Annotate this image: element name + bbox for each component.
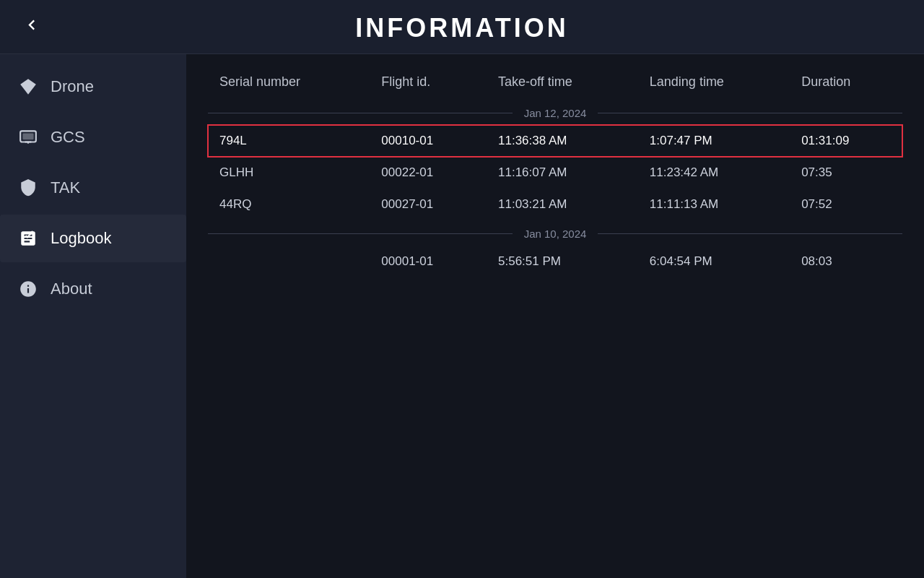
- col-serial: Serial number: [208, 69, 370, 100]
- sidebar-item-drone[interactable]: Drone: [0, 63, 186, 111]
- date-separator: Jan 12, 2024: [208, 100, 902, 125]
- date-separator: Jan 10, 2024: [208, 220, 902, 246]
- cell-flight-id: 00001-01: [370, 246, 487, 277]
- page-header: INFORMATION: [0, 0, 924, 54]
- cell-takeoff: 11:16:07 AM: [487, 157, 638, 189]
- gcs-icon: [17, 126, 39, 148]
- table-header-row: Serial number Flight id. Take-off time L…: [208, 69, 902, 100]
- col-takeoff: Take-off time: [487, 69, 638, 100]
- cell-flight-id: 00010-01: [370, 125, 487, 157]
- sidebar: Drone GCS TAK: [0, 54, 186, 578]
- cell-duration: 01:31:09: [790, 125, 902, 157]
- cell-takeoff: 5:56:51 PM: [487, 246, 638, 277]
- tak-icon: [17, 177, 39, 199]
- about-icon: [17, 278, 39, 300]
- content-area: Serial number Flight id. Take-off time L…: [186, 54, 924, 578]
- cell-serial: 44RQ: [208, 189, 370, 220]
- sidebar-label-about: About: [51, 280, 92, 298]
- cell-serial: [208, 246, 370, 277]
- sidebar-item-gcs[interactable]: GCS: [0, 113, 186, 161]
- cell-flight-id: 00022-01: [370, 157, 487, 189]
- main-layout: Drone GCS TAK: [0, 54, 924, 578]
- cell-duration: 07:35: [790, 157, 902, 189]
- date-separator-row: Jan 12, 2024: [208, 100, 902, 125]
- cell-serial: 794L: [208, 125, 370, 157]
- cell-flight-id: 00027-01: [370, 189, 487, 220]
- col-landing: Landing time: [638, 69, 790, 100]
- cell-takeoff: 11:03:21 AM: [487, 189, 638, 220]
- cell-takeoff: 11:36:38 AM: [487, 125, 638, 157]
- table-row[interactable]: GLHH 00022-01 11:16:07 AM 11:23:42 AM 07…: [208, 157, 902, 189]
- sidebar-label-drone: Drone: [51, 77, 94, 96]
- sidebar-item-tak[interactable]: TAK: [0, 164, 186, 212]
- drone-icon: [17, 76, 39, 98]
- col-duration: Duration: [790, 69, 902, 100]
- page-title: INFORMATION: [355, 13, 568, 43]
- logbook-icon: [17, 228, 39, 249]
- logbook-table: Serial number Flight id. Take-off time L…: [208, 69, 902, 277]
- sidebar-label-gcs: GCS: [51, 128, 85, 147]
- cell-landing: 11:11:13 AM: [638, 189, 790, 220]
- back-button[interactable]: [14, 12, 49, 42]
- date-separator-row: Jan 10, 2024: [208, 220, 902, 246]
- sidebar-label-tak: TAK: [51, 178, 80, 197]
- cell-landing: 11:23:42 AM: [638, 157, 790, 189]
- sidebar-item-logbook[interactable]: Logbook: [0, 215, 186, 262]
- cell-duration: 08:03: [790, 246, 902, 277]
- sidebar-item-about[interactable]: About: [0, 265, 186, 313]
- table-row[interactable]: 794L 00010-01 11:36:38 AM 1:07:47 PM 01:…: [208, 125, 902, 157]
- table-row[interactable]: 00001-01 5:56:51 PM 6:04:54 PM 08:03: [208, 246, 902, 277]
- cell-duration: 07:52: [790, 189, 902, 220]
- svg-rect-1: [22, 134, 33, 140]
- col-flight-id: Flight id.: [370, 69, 487, 100]
- cell-landing: 1:07:47 PM: [638, 125, 790, 157]
- cell-serial: GLHH: [208, 157, 370, 189]
- table-row[interactable]: 44RQ 00027-01 11:03:21 AM 11:11:13 AM 07…: [208, 189, 902, 220]
- cell-landing: 6:04:54 PM: [638, 246, 790, 277]
- sidebar-label-logbook: Logbook: [51, 229, 111, 248]
